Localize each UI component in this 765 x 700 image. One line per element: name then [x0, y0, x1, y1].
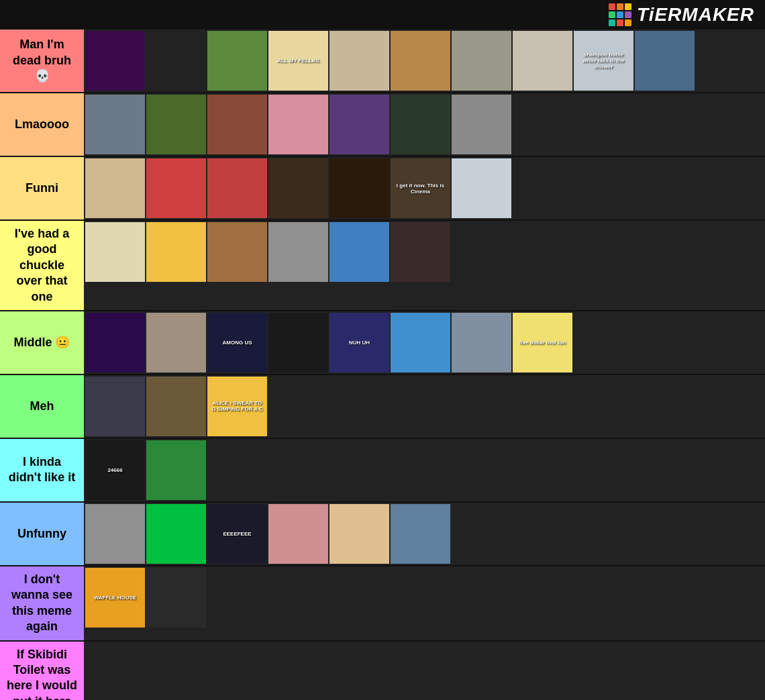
meme-m24[interactable]	[452, 158, 511, 218]
meme-m14[interactable]	[268, 95, 328, 154]
meme-m2[interactable]	[146, 31, 206, 91]
tier-content-meh: ALICE I SWEAR TO G SIMPING FOR A C	[84, 375, 765, 438]
meme-m42[interactable]: 24666	[85, 440, 145, 500]
meme-m33[interactable]: AMONG US	[207, 313, 267, 372]
meme-m1[interactable]	[85, 31, 145, 91]
meme-m39[interactable]	[85, 377, 145, 436]
meme-m23[interactable]: I get it now. This is Cinema	[391, 158, 450, 218]
meme-m34[interactable]	[268, 313, 328, 372]
meme-m47[interactable]	[268, 504, 328, 564]
tier-row-middle: Middle 😐AMONG USNUH UHfive dollar foot l…	[0, 311, 765, 375]
meme-m19[interactable]	[146, 158, 206, 218]
meme-m5[interactable]	[329, 31, 389, 91]
meme-m45[interactable]	[146, 504, 206, 564]
meme-m25[interactable]	[85, 222, 145, 282]
tier-row-man-im-dead: Man I'm dead bruh 💀ALL MY FELLASshampoo …	[0, 30, 765, 93]
tier-content-funni: I get it now. This is Cinema	[84, 157, 765, 219]
tier-label-dont-wanna: I don't wanna see this meme again	[0, 566, 84, 640]
meme-m30[interactable]	[391, 222, 450, 282]
header: TiERMAKER	[0, 0, 765, 30]
tier-row-lmaoooo: Lmaoooo	[0, 93, 765, 157]
meme-m51[interactable]	[146, 568, 206, 628]
meme-m18[interactable]	[85, 158, 145, 218]
logo-grid-icon	[609, 3, 631, 26]
tier-content-dont-wanna: WAFFLE HOUSE	[84, 566, 765, 640]
tier-label-middle: Middle 😐	[0, 311, 84, 374]
meme-m7[interactable]	[452, 31, 511, 91]
tier-content-chuckle	[84, 221, 765, 310]
tier-row-skibidi: If Skibidi Toilet was here I would put i…	[0, 642, 765, 700]
tier-row-chuckle: I've had a good chuckle over that one	[0, 221, 765, 311]
tier-row-meh: MehALICE I SWEAR TO G SIMPING FOR A C	[0, 375, 765, 439]
meme-m29[interactable]	[329, 222, 389, 282]
meme-m12[interactable]	[146, 95, 206, 154]
meme-m3[interactable]	[207, 31, 267, 91]
meme-m49[interactable]	[391, 504, 450, 564]
tier-label-man-im-dead: Man I'm dead bruh 💀	[0, 30, 84, 92]
meme-m26[interactable]	[146, 222, 206, 282]
meme-m11[interactable]	[85, 95, 145, 154]
meme-m32[interactable]	[146, 313, 206, 372]
tier-row-dont-wanna: I don't wanna see this meme againWAFFLE …	[0, 566, 765, 642]
meme-m10[interactable]	[635, 31, 695, 91]
meme-m9[interactable]: shampoo bottle while falls in the shower	[574, 31, 633, 91]
meme-m15[interactable]	[329, 95, 389, 154]
tier-row-unfunny: UnfunnyEEEEFEEE	[0, 503, 765, 566]
meme-m4[interactable]: ALL MY FELLAS	[268, 31, 328, 91]
meme-m16[interactable]	[391, 95, 450, 154]
tier-content-unfunny: EEEEFEEE	[84, 503, 765, 565]
meme-m28[interactable]	[268, 222, 328, 282]
tier-list: Man I'm dead bruh 💀ALL MY FELLASshampoo …	[0, 30, 765, 700]
logo-title: TiERMAKER	[637, 4, 754, 26]
meme-m6[interactable]	[391, 31, 450, 91]
tier-label-kinda-didnt: I kinda didn't like it	[0, 439, 84, 501]
meme-m21[interactable]	[268, 158, 328, 218]
meme-m35[interactable]: NUH UH	[329, 313, 389, 372]
meme-m41[interactable]: ALICE I SWEAR TO G SIMPING FOR A C	[207, 377, 267, 436]
meme-m37[interactable]	[452, 313, 511, 372]
meme-m48[interactable]	[329, 504, 389, 564]
tier-row-kinda-didnt: I kinda didn't like it24666	[0, 439, 765, 503]
meme-m13[interactable]	[207, 95, 267, 154]
tier-content-skibidi	[84, 642, 765, 700]
tier-content-man-im-dead: ALL MY FELLASshampoo bottle while falls …	[84, 30, 765, 92]
tier-label-skibidi: If Skibidi Toilet was here I would put i…	[0, 642, 84, 700]
meme-m46[interactable]: EEEEFEEE	[207, 504, 267, 564]
meme-m17[interactable]	[452, 95, 511, 154]
meme-m50[interactable]: WAFFLE HOUSE	[85, 568, 145, 628]
tiermaker-logo: TiERMAKER	[609, 3, 754, 26]
meme-m38[interactable]: five dollar foot lon	[513, 313, 572, 372]
tier-content-middle: AMONG USNUH UHfive dollar foot lon	[84, 311, 765, 374]
meme-m40[interactable]	[146, 377, 206, 436]
meme-m20[interactable]	[207, 158, 267, 218]
tier-label-meh: Meh	[0, 375, 84, 438]
tier-content-kinda-didnt: 24666	[84, 439, 765, 501]
meme-m44[interactable]	[85, 504, 145, 564]
tier-label-chuckle: I've had a good chuckle over that one	[0, 221, 84, 310]
tier-row-funni: FunniI get it now. This is Cinema	[0, 157, 765, 221]
meme-m8[interactable]	[513, 31, 572, 91]
meme-m27[interactable]	[207, 222, 267, 282]
tier-label-unfunny: Unfunny	[0, 503, 84, 565]
meme-m31[interactable]	[85, 313, 145, 372]
meme-m36[interactable]	[391, 313, 450, 372]
tier-content-lmaoooo	[84, 93, 765, 156]
meme-m43[interactable]	[146, 440, 206, 500]
meme-m22[interactable]	[329, 158, 389, 218]
tier-label-lmaoooo: Lmaoooo	[0, 93, 84, 156]
tier-label-funni: Funni	[0, 157, 84, 219]
